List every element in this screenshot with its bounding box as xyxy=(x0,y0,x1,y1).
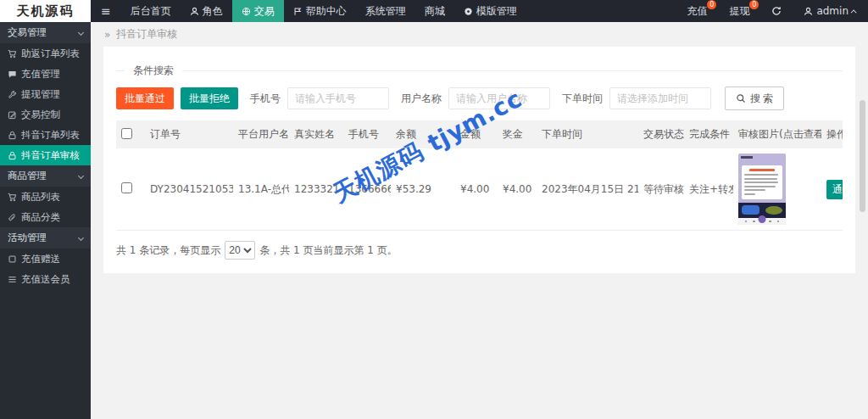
main-content: » 抖音订单审核 条件搜索 批量通过 批量拒绝 手机号 用户名称 下单时间 搜 … xyxy=(91,22,868,419)
sidebar: 交易管理 助返订单列表 充值管理 提现管理 交易控制 抖音订单列表 抖音订单审核… xyxy=(0,22,91,419)
sidebar-section-trade-mgmt[interactable]: 交易管理 xyxy=(0,22,91,43)
sidebar-item-recharge-vip[interactable]: 充值送会员 xyxy=(0,269,91,289)
search-legend: 条件搜索 xyxy=(125,64,182,78)
sidebar-item-product-category[interactable]: 商品分类 xyxy=(0,207,91,227)
page-title: 抖音订单审核 xyxy=(116,27,177,42)
col-order-time: 下单时间 xyxy=(537,120,638,148)
flag-icon xyxy=(293,7,303,16)
app-logo: 天机源码 xyxy=(0,0,91,22)
sidebar-item-douyin-order-review[interactable]: 抖音订单审核 xyxy=(0,145,91,165)
menu-toggle-button[interactable]: ≡ xyxy=(91,0,121,22)
scrollbar-thumb[interactable] xyxy=(860,100,865,212)
edit-icon xyxy=(8,110,17,120)
nav-item-home[interactable]: 后台首页 xyxy=(121,0,181,22)
topbar: 天机源码 ≡ 后台首页 角色 交易 帮助中心 系统管理 商城 模版管理 充值 0… xyxy=(0,0,868,22)
user-menu[interactable]: admin xyxy=(793,0,868,22)
chevron-down-icon xyxy=(78,30,84,36)
pagination-suffix: 条，共 1 页当前显示第 1 页。 xyxy=(259,243,398,258)
col-real-name: 真实姓名 xyxy=(289,120,343,148)
nav-item-mall[interactable]: 商城 xyxy=(415,0,454,22)
sidebar-section-product-mgmt[interactable]: 商品管理 xyxy=(0,165,91,187)
col-bonus: 奖金 xyxy=(498,120,537,148)
pagination: 共 1 条记录，每页显示 20 条，共 1 页当前显示第 1 页。 xyxy=(116,241,843,260)
table-header-row: 订单号 平台用户名 真实姓名 手机号 余额 金额 奖金 下单时间 交易状态 完成… xyxy=(116,120,843,148)
order-time-input[interactable] xyxy=(609,87,711,109)
phone-label: 手机号 xyxy=(250,92,281,106)
square-icon xyxy=(8,254,17,264)
user-icon xyxy=(804,7,813,16)
select-all-checkbox[interactable] xyxy=(121,128,132,139)
cell-order-no: DY2304152105308392 xyxy=(145,148,233,231)
col-review-image: 审核图片(点击查看大图) xyxy=(733,120,821,148)
chevron-down-icon xyxy=(78,235,84,241)
cell-order-time: 2023年04月15日 21:05:30 xyxy=(537,148,638,231)
refresh-button[interactable] xyxy=(760,0,793,22)
col-status: 交易状态 xyxy=(638,120,684,148)
cell-amount: ¥4.00 xyxy=(455,148,498,231)
user-name-input[interactable] xyxy=(448,87,550,109)
page-size-select[interactable]: 20 xyxy=(225,241,255,260)
col-platform-user: 平台用户名 xyxy=(233,120,289,148)
nav-item-help-center[interactable]: 帮助中心 xyxy=(284,0,356,22)
chevron-up-icon xyxy=(851,9,857,15)
col-phone: 手机号 xyxy=(343,120,391,148)
list-icon xyxy=(8,275,17,284)
sidebar-item-product-list[interactable]: 商品列表 xyxy=(0,187,91,207)
col-amount: 金额 xyxy=(455,120,498,148)
sidebar-item-recharge-mgmt[interactable]: 充值管理 xyxy=(0,64,91,84)
user-icon xyxy=(190,7,199,16)
table-row: DY2304152105308392 13.1A-总代 1233321 1366… xyxy=(116,148,843,231)
cell-condition: 关注+转发 xyxy=(684,148,733,231)
breadcrumb: » 抖音订单审核 xyxy=(91,22,868,47)
review-image-thumbnail[interactable] xyxy=(738,154,786,225)
batch-reject-button[interactable]: 批量拒绝 xyxy=(181,87,238,109)
nav-item-trade[interactable]: 交易 xyxy=(232,0,284,22)
recharge-link[interactable]: 充值 0 xyxy=(676,0,718,22)
sidebar-item-withdraw-mgmt[interactable]: 提现管理 xyxy=(0,84,91,104)
col-order-no: 订单号 xyxy=(145,120,233,148)
chat-bubble-icon xyxy=(8,70,17,79)
username: admin xyxy=(816,5,849,17)
search-icon xyxy=(736,93,746,103)
content-card: 条件搜索 批量通过 批量拒绝 手机号 用户名称 下单时间 搜 索 xyxy=(103,47,855,273)
top-nav: ≡ 后台首页 角色 交易 帮助中心 系统管理 商城 模版管理 xyxy=(91,0,526,22)
sidebar-item-douyin-orders[interactable]: 抖音订单列表 xyxy=(0,125,91,145)
pass-button[interactable]: 通过 xyxy=(826,180,843,199)
cart-icon xyxy=(8,193,17,202)
col-balance: 余额 xyxy=(391,120,455,148)
recharge-badge: 0 xyxy=(707,0,716,9)
search-fieldset: 条件搜索 xyxy=(116,64,843,78)
filter-row: 批量通过 批量拒绝 手机号 用户名称 下单时间 搜 索 xyxy=(116,87,843,110)
cell-real-name: 1233321 xyxy=(289,148,343,231)
sidebar-item-assist-orders[interactable]: 助返订单列表 xyxy=(0,43,91,64)
withdraw-badge: 0 xyxy=(749,0,759,9)
pagination-prefix: 共 1 条记录，每页显示 xyxy=(116,243,220,258)
sidebar-section-activity-mgmt[interactable]: 活动管理 xyxy=(0,227,91,249)
globe-icon xyxy=(242,7,251,16)
sidebar-item-recharge-gift[interactable]: 充值赠送 xyxy=(0,249,91,269)
nav-item-templates[interactable]: 模版管理 xyxy=(454,0,526,22)
cell-phone: 13666666666 xyxy=(343,148,391,231)
cart-icon xyxy=(8,49,17,59)
order-time-label: 下单时间 xyxy=(562,92,603,106)
row-checkbox[interactable] xyxy=(121,182,132,193)
search-button[interactable]: 搜 索 xyxy=(725,87,784,110)
cell-bonus: ¥4.00 xyxy=(498,148,537,231)
lock-icon xyxy=(8,151,17,160)
lock-icon xyxy=(8,131,17,140)
phone-input[interactable] xyxy=(287,87,389,109)
nav-item-roles[interactable]: 角色 xyxy=(181,0,232,22)
col-actions: 操作 xyxy=(821,120,843,148)
wrench-icon xyxy=(8,90,17,99)
batch-pass-button[interactable]: 批量通过 xyxy=(116,87,174,109)
cell-status: 等待审核 xyxy=(638,148,684,231)
withdraw-link[interactable]: 提现 0 xyxy=(718,0,760,22)
theme-icon xyxy=(464,7,473,16)
cell-platform-user: 13.1A-总代 xyxy=(233,148,289,231)
col-condition: 完成条件 xyxy=(684,120,733,148)
cell-balance: ¥53.29 xyxy=(391,148,455,231)
paperclip-icon xyxy=(8,213,17,222)
nav-item-system[interactable]: 系统管理 xyxy=(356,0,415,22)
orders-table: 订单号 平台用户名 真实姓名 手机号 余额 金额 奖金 下单时间 交易状态 完成… xyxy=(116,120,843,231)
sidebar-item-trade-control[interactable]: 交易控制 xyxy=(0,104,91,125)
